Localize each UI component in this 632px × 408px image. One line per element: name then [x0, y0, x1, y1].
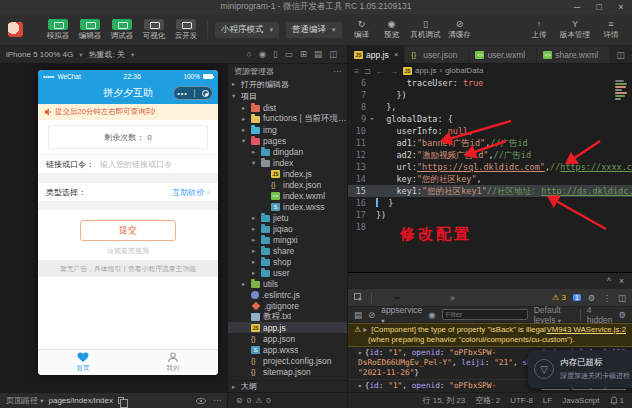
action-预览[interactable]: ◉预览	[379, 19, 405, 40]
info-count-badge[interactable]: 1	[573, 294, 581, 301]
tree-item-share[interactable]: ▸ share	[228, 245, 347, 256]
tree-item-.eslintrc.js[interactable]: .eslintrc.js	[228, 289, 347, 300]
close-button[interactable]: ×	[610, 2, 632, 12]
devtools-tab-Console[interactable]	[394, 297, 400, 299]
devtools-tab-Memory[interactable]	[436, 297, 442, 299]
devtools-tab-Network[interactable]	[422, 297, 428, 299]
levels-dropdown[interactable]: Default levels ▾	[534, 305, 574, 325]
split-view-icon[interactable]: ◫	[329, 50, 337, 59]
list-icon[interactable]: ≡	[354, 66, 359, 76]
tree-item-user[interactable]: ▸ user	[228, 267, 347, 278]
expand-caret-icon[interactable]: ▸	[363, 325, 367, 334]
tab-user.json[interactable]: user.json	[405, 46, 469, 63]
action-清缓存[interactable]: ⊘清缓存	[447, 19, 473, 40]
context-dropdown[interactable]: appservice ▾	[381, 305, 422, 325]
filter-settings-icon[interactable]: ⚙	[618, 310, 626, 320]
maximize-button[interactable]: □	[588, 2, 610, 12]
tab-home[interactable]: 首页	[38, 350, 128, 375]
tab-app.js[interactable]: app.js×	[348, 46, 405, 63]
more-menu-icon[interactable]: •••	[177, 90, 187, 97]
tree-item-sitemap.json[interactable]: sitemap.json	[228, 366, 347, 377]
expand-caret-icon[interactable]: ▸	[358, 348, 363, 357]
mode-dropdown[interactable]: 小程序模式▾	[215, 22, 279, 38]
console-sidebar-icon[interactable]: ▤	[354, 310, 362, 320]
dock-side-icon[interactable]: ◫	[618, 293, 626, 303]
toggle-可视化[interactable]: 可视化	[140, 19, 168, 41]
inspect-icon[interactable]	[354, 293, 363, 302]
grid-icon[interactable]: ⊞	[300, 50, 307, 59]
toggle-云开发[interactable]: 云开发	[172, 19, 200, 41]
open-editors-section[interactable]: ▸ 打开的编辑器	[228, 78, 347, 90]
eol-type[interactable]: LF	[543, 396, 552, 405]
tree-item-functions | 当前环境: xi...[interactable]: ▸ functions | 当前环境: xi...	[228, 113, 347, 124]
tree-item-index[interactable]: ▾ index	[228, 157, 347, 168]
tree-item-jiqiao[interactable]: ▸ jiqiao	[228, 223, 347, 234]
encoding[interactable]: UTF-8	[510, 396, 533, 405]
back-icon[interactable]: ←	[376, 66, 385, 76]
toggle-模拟器[interactable]: 模拟器	[44, 19, 72, 41]
tab-user.wxml[interactable]: user.wxml	[469, 46, 537, 63]
bookmark-icon[interactable]: ⊐	[364, 66, 371, 76]
capsule-menu[interactable]: •••	[173, 86, 213, 100]
type-select-row[interactable]: 类型选择： 互助砍价 ›	[38, 182, 218, 202]
code-line-16[interactable]: 16 }	[348, 197, 632, 209]
tree-item-dist[interactable]: ▸ dist	[228, 102, 347, 113]
window-mode-icon[interactable]: ▭	[285, 50, 293, 59]
code-line-15[interactable]: 15 key1:"您的社区key1"//社区地址: http://ds.dkld…	[348, 185, 632, 197]
link-input-row[interactable]: 链接或口令： 输入您的链接或口令	[38, 154, 218, 174]
tree-item-dingdan[interactable]: ▸ dingdan	[228, 146, 347, 157]
tree-item-app.wxss[interactable]: app.wxss	[228, 344, 347, 355]
copy-icon[interactable]	[118, 397, 124, 404]
code-line-10[interactable]: 10 userInfo: null,	[348, 125, 632, 137]
home-capsule-icon[interactable]	[202, 90, 209, 97]
tree-item-index.wxss[interactable]: index.wxss	[228, 201, 347, 212]
project-section[interactable]: ▾ 项目	[228, 90, 347, 102]
action-详情[interactable]: ≡详情	[598, 19, 624, 40]
hot-reload-toggle[interactable]: 热重载: 关	[88, 49, 124, 60]
device-frame-icon[interactable]: ▯	[273, 50, 278, 59]
code-line-11[interactable]: 11 ad1:"banner广告id",//广告id	[348, 137, 632, 149]
tree-item-img[interactable]: ▸ img	[228, 124, 347, 135]
toggle-调试器[interactable]: 调试器	[108, 19, 136, 41]
collapse-panel-icon[interactable]: ^	[607, 276, 611, 286]
close-tab-icon[interactable]: ×	[394, 50, 399, 59]
cursor-position[interactable]: 行 15, 列 23	[423, 395, 466, 406]
tree-item-index.wxml[interactable]: index.wxml	[228, 190, 347, 201]
tab-share.wxml[interactable]: share.wxml	[537, 46, 610, 63]
submit-button[interactable]: 提交	[80, 220, 176, 241]
device-selector[interactable]: iPhone 5 100% 4G	[6, 50, 73, 59]
code-line-14[interactable]: 14 key:"您的社区key",	[348, 173, 632, 185]
devtools-tab-Sources[interactable]	[408, 297, 414, 299]
devtools-tab-Wxml[interactable]	[380, 297, 386, 299]
eye-icon[interactable]	[196, 398, 206, 404]
tab-profile[interactable]: 我的	[128, 350, 218, 375]
code-line-8[interactable]: 8 },	[348, 101, 632, 113]
action-编译[interactable]: ↻编译	[349, 19, 375, 40]
tree-item-pages[interactable]: ▾ pages	[228, 135, 347, 146]
code-line-12[interactable]: 12 ad2:"激励视频广告id",//广告id	[348, 149, 632, 161]
settings-gear-icon[interactable]: ⚙	[588, 293, 596, 303]
forward-icon[interactable]: →	[390, 66, 399, 76]
breadcrumb-file[interactable]: app.js	[415, 66, 436, 75]
code-editor[interactable]: 6 traceUser: true7 })8 },9▾ globalData: …	[348, 77, 632, 272]
breadcrumb-symbol[interactable]: globalData	[445, 66, 483, 75]
more-actions-icon[interactable]: ⋯	[213, 396, 221, 405]
tree-item-app.js[interactable]: app.js	[228, 322, 347, 333]
minimap[interactable]	[615, 79, 630, 101]
tree-item-.gitignore[interactable]: .gitignore	[228, 300, 347, 311]
code-line-9[interactable]: 9▾ globalData: {	[348, 113, 632, 125]
split-editor-icon[interactable]: ◫	[616, 50, 625, 60]
action-真机调试[interactable]: ▯真机调试	[409, 19, 443, 40]
action-上传[interactable]: ↑上传	[526, 19, 552, 40]
clear-console-icon[interactable]: ⊘	[368, 310, 375, 320]
toggle-编辑器[interactable]: 编辑器	[76, 19, 104, 41]
tab-overflow-icon[interactable]: »	[450, 293, 455, 303]
tree-item-shop[interactable]: ▸ shop	[228, 256, 347, 267]
page-path-value[interactable]: pages/index/index	[49, 396, 114, 405]
indentation[interactable]: 空格: 2	[475, 395, 500, 406]
tree-item-index.json[interactable]: index.json	[228, 179, 347, 190]
memory-toast[interactable]: ▽ 内存已超标 深度加速关闭卡顿进程	[528, 350, 632, 388]
path-mode-dropdown[interactable]: 页面路径 ▾	[6, 395, 44, 406]
more-actions-icon[interactable]: ⋯	[333, 67, 341, 76]
source-link[interactable]: VM943 WAService.js:2	[547, 325, 626, 335]
